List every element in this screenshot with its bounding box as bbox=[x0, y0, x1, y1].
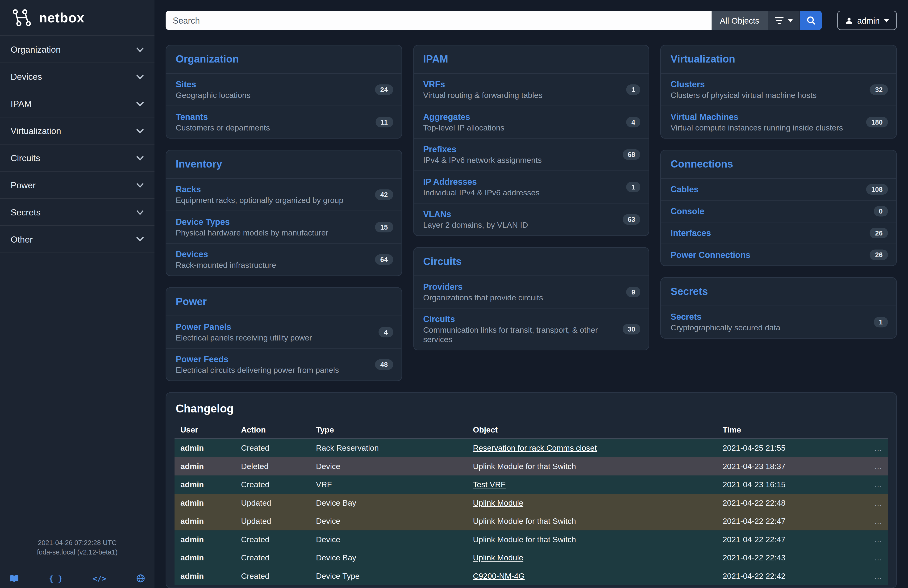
type-cell: Device Bay bbox=[310, 549, 467, 567]
item-description: Geographic locations bbox=[176, 91, 360, 100]
item-link[interactable]: Sites bbox=[176, 80, 196, 90]
sidebar-item-other[interactable]: Other bbox=[0, 226, 155, 253]
type-cell: Rack Reservation bbox=[310, 439, 467, 457]
item-link[interactable]: IP Addresses bbox=[423, 177, 477, 187]
object-link[interactable]: Uplink Module bbox=[473, 553, 523, 562]
card-item-secrets: SecretsCryptographically secured data1 bbox=[661, 306, 896, 338]
card-secrets: SecretsSecretsCryptographically secured … bbox=[661, 277, 897, 338]
count-badge[interactable]: 1 bbox=[626, 182, 641, 192]
count-badge[interactable]: 26 bbox=[870, 228, 888, 238]
sidebar-item-secrets[interactable]: Secrets bbox=[0, 198, 155, 226]
object-link[interactable]: C9200-NM-4G bbox=[473, 572, 525, 581]
card-inventory: InventoryRacksEquipment racks, optionall… bbox=[166, 150, 402, 276]
sidebar-item-ipam[interactable]: IPAM bbox=[0, 90, 155, 117]
item-link[interactable]: Console bbox=[670, 206, 704, 217]
card-title: Inventory bbox=[166, 151, 401, 178]
sidebar-item-devices[interactable]: Devices bbox=[0, 63, 155, 90]
item-link[interactable]: Providers bbox=[423, 282, 462, 292]
sidebar-item-organization[interactable]: Organization bbox=[0, 35, 155, 63]
row-ellipsis: … bbox=[860, 549, 888, 567]
item-link[interactable]: Aggregates bbox=[423, 112, 470, 122]
item-description: Top-level IP allocations bbox=[423, 123, 607, 133]
item-link[interactable]: Racks bbox=[176, 185, 201, 195]
count-badge[interactable]: 30 bbox=[622, 324, 641, 335]
brand-home-link[interactable]: netbox bbox=[0, 0, 155, 35]
card-title: Organization bbox=[166, 45, 401, 73]
count-badge[interactable]: 4 bbox=[379, 327, 393, 337]
source-code-icon[interactable]: </> bbox=[92, 574, 106, 583]
item-link[interactable]: Power Connections bbox=[670, 250, 750, 260]
item-link[interactable]: Clusters bbox=[670, 80, 705, 90]
item-link[interactable]: Virtual Machines bbox=[670, 112, 738, 122]
chevron-down-icon bbox=[136, 183, 144, 187]
chevron-down-icon bbox=[136, 237, 144, 242]
search-input[interactable] bbox=[166, 11, 712, 30]
count-badge[interactable]: 63 bbox=[622, 214, 641, 225]
search-button[interactable] bbox=[800, 11, 822, 30]
item-link[interactable]: VRFs bbox=[423, 80, 445, 90]
chevron-down-icon bbox=[136, 128, 144, 133]
item-link[interactable]: VLANs bbox=[423, 209, 451, 220]
object-link[interactable]: Reservation for rack Comms closet bbox=[473, 444, 597, 453]
sidebar-footer: 2021-04-26 07:22:28 UTC foda-se.local (v… bbox=[0, 538, 155, 583]
count-badge[interactable]: 108 bbox=[866, 184, 888, 195]
count-badge[interactable]: 9 bbox=[626, 287, 641, 297]
user-cell: admin bbox=[174, 494, 235, 512]
changelog-card: Changelog UserActionTypeObjectTime admin… bbox=[166, 392, 897, 588]
item-link[interactable]: Power Feeds bbox=[176, 354, 229, 365]
sidebar-item-circuits[interactable]: Circuits bbox=[0, 144, 155, 171]
count-badge[interactable]: 42 bbox=[375, 190, 393, 200]
count-badge[interactable]: 32 bbox=[870, 84, 888, 95]
docs-book-icon[interactable] bbox=[10, 574, 19, 583]
item-description: Physical hardware models by manufacturer bbox=[176, 229, 360, 238]
item-link[interactable]: Cables bbox=[670, 185, 699, 195]
sidebar: netbox OrganizationDevicesIPAMVirtualiza… bbox=[0, 0, 155, 588]
row-ellipsis: … bbox=[860, 567, 888, 585]
changelog-header-row: UserActionTypeObjectTime bbox=[174, 421, 888, 439]
count-badge[interactable]: 0 bbox=[874, 206, 888, 217]
sidebar-item-power[interactable]: Power bbox=[0, 171, 155, 198]
item-link[interactable]: Secrets bbox=[670, 312, 701, 322]
count-badge[interactable]: 64 bbox=[375, 255, 393, 265]
count-badge[interactable]: 24 bbox=[375, 84, 393, 95]
item-link[interactable]: Prefixes bbox=[423, 145, 456, 155]
item-link[interactable]: Devices bbox=[176, 250, 208, 260]
item-link[interactable]: Circuits bbox=[423, 314, 455, 325]
sidebar-menu: OrganizationDevicesIPAMVirtualizationCir… bbox=[0, 35, 155, 253]
item-text: Cables bbox=[670, 184, 855, 195]
count-badge[interactable]: 48 bbox=[375, 359, 393, 370]
api-braces-icon[interactable]: { } bbox=[49, 574, 63, 583]
item-link[interactable]: Tenants bbox=[176, 112, 208, 122]
count-badge[interactable]: 4 bbox=[626, 117, 641, 127]
count-badge[interactable]: 68 bbox=[622, 149, 641, 160]
item-text: ClustersClusters of physical virtual mac… bbox=[670, 79, 855, 100]
action-cell: Deleted bbox=[235, 457, 310, 476]
card-item-providers: ProvidersOrganizations that provide circ… bbox=[414, 275, 649, 308]
count-badge[interactable]: 11 bbox=[375, 117, 393, 127]
count-badge[interactable]: 15 bbox=[375, 222, 393, 232]
user-menu-button[interactable]: admin bbox=[837, 11, 897, 30]
object-type-button[interactable]: All Objects bbox=[712, 11, 768, 30]
item-link[interactable]: Device Types bbox=[176, 217, 230, 227]
count-badge[interactable]: 26 bbox=[870, 250, 888, 260]
caret-down-icon bbox=[884, 19, 889, 22]
count-badge[interactable]: 180 bbox=[866, 117, 888, 127]
object-link[interactable]: Uplink Module bbox=[473, 499, 523, 507]
count-badge[interactable]: 1 bbox=[874, 317, 888, 327]
object-link[interactable]: Test VRF bbox=[473, 480, 506, 489]
footer-timestamp: 2021-04-26 07:22:28 UTC bbox=[0, 538, 155, 548]
chevron-down-icon bbox=[136, 101, 144, 106]
sidebar-item-virtualization[interactable]: Virtualization bbox=[0, 117, 155, 144]
object-cell: Reservation for rack Comms closet bbox=[467, 439, 717, 457]
item-description: Individual IPv4 & IPv6 addresses bbox=[423, 188, 607, 198]
user-cell: admin bbox=[174, 512, 235, 530]
search-filter-dropdown[interactable] bbox=[768, 11, 800, 30]
brand-name: netbox bbox=[39, 10, 84, 26]
count-badge[interactable]: 1 bbox=[626, 84, 641, 95]
item-link[interactable]: Interfaces bbox=[670, 229, 711, 238]
sidebar-item-label: Other bbox=[11, 234, 33, 244]
community-globe-icon[interactable] bbox=[136, 574, 145, 583]
item-link[interactable]: Power Panels bbox=[176, 322, 231, 332]
time-cell: 2021-04-22 22:43 bbox=[717, 549, 860, 567]
changelog-row: adminCreatedDevice BayUplink Module2021-… bbox=[174, 549, 888, 567]
